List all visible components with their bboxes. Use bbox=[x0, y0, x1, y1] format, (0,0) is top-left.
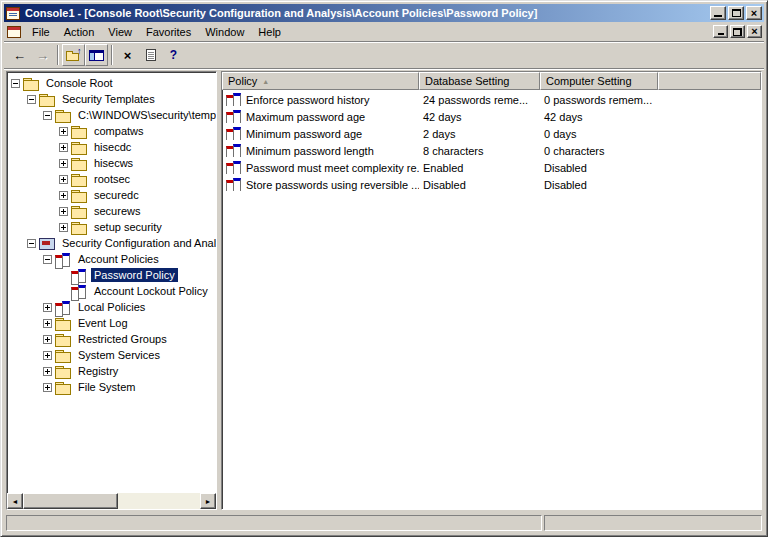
results-pane: Policy ▲ Database Setting Computer Setti… bbox=[221, 71, 762, 510]
tree-item-label: File System bbox=[75, 380, 138, 394]
policy-scroll-icon bbox=[226, 93, 242, 106]
status-panel-right bbox=[544, 515, 762, 531]
folder-icon bbox=[71, 221, 87, 234]
policy-row[interactable]: Minimum password age 2 days 0 days bbox=[222, 125, 761, 142]
tree-item-label: Security Configuration and Analys bbox=[59, 236, 216, 250]
tree-item-security-templates[interactable]: Security Templates bbox=[7, 91, 216, 107]
close-icon: × bbox=[751, 26, 757, 37]
expand-icon[interactable] bbox=[43, 383, 52, 392]
expand-icon[interactable] bbox=[59, 159, 68, 168]
menu-window[interactable]: Window bbox=[198, 23, 251, 40]
help-button[interactable]: ? bbox=[162, 44, 185, 66]
back-button[interactable]: ← bbox=[8, 44, 31, 66]
scrollbar-track[interactable] bbox=[23, 493, 200, 509]
tree-item-password-policy[interactable]: Password Policy bbox=[7, 267, 216, 283]
console-system-menu-icon[interactable] bbox=[6, 7, 20, 20]
child-minimize-button[interactable] bbox=[713, 25, 728, 38]
delete-button[interactable]: × bbox=[116, 44, 139, 66]
policy-scroll-icon bbox=[226, 161, 242, 174]
window-title: Console1 - [Console Root\Security Config… bbox=[25, 7, 708, 19]
export-list-icon bbox=[146, 49, 156, 61]
menu-favorites[interactable]: Favorites bbox=[139, 23, 198, 40]
column-header-computer-setting[interactable]: Computer Setting bbox=[540, 72, 658, 90]
expand-icon[interactable] bbox=[43, 303, 52, 312]
computer-setting: 42 days bbox=[540, 111, 658, 123]
up-one-level-button[interactable]: ↑ bbox=[62, 44, 85, 66]
menu-action[interactable]: Action bbox=[57, 23, 102, 40]
console-tree: Console Root Security Templates C:\WINDO… bbox=[7, 72, 216, 493]
folder-icon bbox=[71, 125, 87, 138]
policy-row[interactable]: Store passwords using reversible ... Dis… bbox=[222, 176, 761, 193]
policy-row[interactable]: Password must meet complexity re... Enab… bbox=[222, 159, 761, 176]
policy-name: Store passwords using reversible ... bbox=[246, 179, 419, 191]
tree-item-event-log[interactable]: Event Log bbox=[7, 315, 216, 331]
collapse-icon[interactable] bbox=[27, 95, 36, 104]
tree-item-local-policies[interactable]: Local Policies bbox=[7, 299, 216, 315]
tree-item-registry[interactable]: Registry bbox=[7, 363, 216, 379]
tree-item-security-configuration-and-analysis[interactable]: Security Configuration and Analys bbox=[7, 235, 216, 251]
folder-icon bbox=[71, 189, 87, 202]
policy-folder-icon bbox=[55, 253, 71, 266]
back-arrow-icon: ← bbox=[13, 49, 26, 62]
forward-button[interactable]: → bbox=[31, 44, 54, 66]
database-setting: Enabled bbox=[419, 162, 540, 174]
policy-row[interactable]: Enforce password history 24 passwords re… bbox=[222, 91, 761, 108]
tree-item-account-policies[interactable]: Account Policies bbox=[7, 251, 216, 267]
tree-item-system-services[interactable]: System Services bbox=[7, 347, 216, 363]
minimize-button[interactable] bbox=[710, 6, 726, 20]
column-header-database-setting[interactable]: Database Setting bbox=[419, 72, 540, 90]
expand-icon[interactable] bbox=[43, 351, 52, 360]
tree-item-windows-security-templates[interactable]: C:\WINDOWS\security\templa bbox=[7, 107, 216, 123]
folder-icon bbox=[55, 381, 71, 394]
expand-icon[interactable] bbox=[59, 207, 68, 216]
maximize-button[interactable] bbox=[728, 6, 744, 20]
tree-item-rootsec[interactable]: rootsec bbox=[7, 171, 216, 187]
expand-icon[interactable] bbox=[43, 335, 52, 344]
menu-file[interactable]: File bbox=[25, 23, 57, 40]
child-close-button[interactable]: × bbox=[747, 25, 762, 38]
tree-item-file-system[interactable]: File System bbox=[7, 379, 216, 395]
column-header-policy[interactable]: Policy ▲ bbox=[222, 72, 419, 90]
tree-item-hisecdc[interactable]: hisecdc bbox=[7, 139, 216, 155]
computer-setting: 0 days bbox=[540, 128, 658, 140]
tree-item-account-lockout-policy[interactable]: Account Lockout Policy bbox=[7, 283, 216, 299]
tree-item-hisecws[interactable]: hisecws bbox=[7, 155, 216, 171]
collapse-icon[interactable] bbox=[43, 255, 52, 264]
child-window-icon[interactable] bbox=[7, 26, 21, 38]
policy-row[interactable]: Maximum password age 42 days 42 days bbox=[222, 108, 761, 125]
close-button[interactable]: × bbox=[746, 6, 762, 20]
expand-icon[interactable] bbox=[43, 319, 52, 328]
tree-item-setup-security[interactable]: setup security bbox=[7, 219, 216, 235]
tree-item-label: Account Policies bbox=[75, 252, 162, 266]
collapse-icon[interactable] bbox=[11, 79, 20, 88]
scrollbar-thumb[interactable] bbox=[23, 493, 118, 509]
folder-icon bbox=[71, 173, 87, 186]
expand-icon[interactable] bbox=[59, 127, 68, 136]
tree-item-securews[interactable]: securews bbox=[7, 203, 216, 219]
tree-item-label: Registry bbox=[75, 364, 121, 378]
child-restore-button[interactable] bbox=[730, 25, 745, 38]
policy-row[interactable]: Minimum password length 8 characters 0 c… bbox=[222, 142, 761, 159]
expand-icon[interactable] bbox=[59, 223, 68, 232]
computer-setting: Disabled bbox=[540, 179, 658, 191]
mmc-console-window: Console1 - [Console Root\Security Config… bbox=[0, 0, 768, 537]
tree-item-compatws[interactable]: compatws bbox=[7, 123, 216, 139]
tree-item-securedc[interactable]: securedc bbox=[7, 187, 216, 203]
tree-item-label: Console Root bbox=[43, 76, 116, 90]
tree-item-restricted-groups[interactable]: Restricted Groups bbox=[7, 331, 216, 347]
computer-setting: 0 characters bbox=[540, 145, 658, 157]
menu-view[interactable]: View bbox=[101, 23, 139, 40]
scroll-right-button[interactable]: ► bbox=[200, 493, 216, 509]
scroll-left-button[interactable]: ◄ bbox=[7, 493, 23, 509]
collapse-icon[interactable] bbox=[43, 111, 52, 120]
export-list-button[interactable] bbox=[139, 44, 162, 66]
expand-icon[interactable] bbox=[59, 191, 68, 200]
show-hide-console-tree-button[interactable] bbox=[85, 44, 108, 66]
tree-item-console-root[interactable]: Console Root bbox=[7, 75, 216, 91]
collapse-icon[interactable] bbox=[27, 239, 36, 248]
expand-icon[interactable] bbox=[59, 143, 68, 152]
expand-icon[interactable] bbox=[43, 367, 52, 376]
expand-icon[interactable] bbox=[59, 175, 68, 184]
restore-icon bbox=[733, 28, 742, 36]
menu-help[interactable]: Help bbox=[251, 23, 288, 40]
